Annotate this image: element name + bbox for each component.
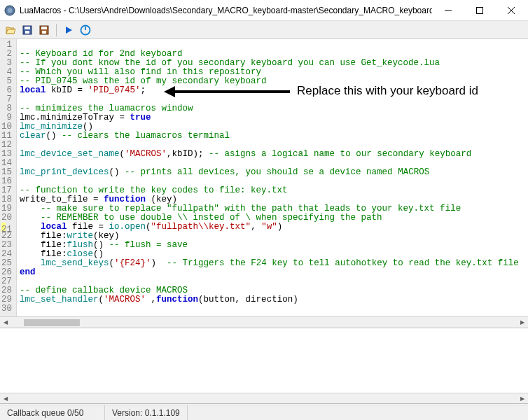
- svg-rect-8: [25, 31, 29, 34]
- svg-rect-10: [41, 27, 47, 29]
- svg-rect-3: [476, 7, 482, 13]
- code-editor[interactable]: 1234567891011121314151617181920212223242…: [0, 39, 528, 316]
- status-callback: Callback queue 0/50: [0, 405, 105, 420]
- annotation-overlay: Replace this with your keyboard id: [164, 86, 478, 95]
- close-button[interactable]: [495, 1, 527, 20]
- code-line[interactable]: lmc_print_devices() -- prints all device…: [20, 168, 519, 177]
- stop-button[interactable]: [78, 22, 93, 38]
- status-version: Version: 0.1.1.109: [105, 405, 188, 420]
- line-number: 20: [1, 214, 12, 223]
- code-line[interactable]: lmc_set_handler('MACROS' ,function(butto…: [20, 295, 519, 304]
- status-bar: Callback queue 0/50 Version: 0.1.1.109: [0, 405, 528, 420]
- code-line[interactable]: local kbID = 'PID_0745';Replace this wit…: [20, 86, 519, 95]
- code-line[interactable]: end: [20, 268, 519, 277]
- arrow-icon: [164, 89, 290, 93]
- line-gutter: 1234567891011121314151617181920212223242…: [0, 39, 17, 316]
- svg-point-1: [8, 8, 13, 13]
- svg-rect-11: [42, 31, 46, 34]
- scroll-right-icon[interactable]: ▶: [517, 317, 528, 328]
- window-title: LuaMacros - C:\Users\Andre\Downloads\Sec…: [20, 6, 432, 15]
- svg-rect-7: [25, 27, 30, 29]
- annotation-text: Replace this with your keyboard id: [297, 86, 478, 95]
- output-panel[interactable]: ◀ ▶: [0, 328, 528, 405]
- line-number: 30: [1, 304, 12, 314]
- toolbar: [0, 21, 528, 39]
- code-line[interactable]: [20, 304, 519, 314]
- open-button[interactable]: [3, 22, 18, 38]
- scroll-right-icon[interactable]: ▶: [517, 393, 528, 404]
- save-as-button[interactable]: [36, 22, 52, 38]
- maximize-button[interactable]: [464, 1, 495, 20]
- editor-area: 1234567891011121314151617181920212223242…: [0, 39, 528, 328]
- code-content[interactable]: -- Keyboard id for 2nd keyboard-- If you…: [17, 39, 522, 316]
- title-bar: LuaMacros - C:\Users\Andre\Downloads\Sec…: [0, 0, 528, 21]
- editor-h-scrollbar[interactable]: ◀ ▶: [0, 316, 528, 328]
- code-line[interactable]: lmc.minimizeToTray = true: [20, 113, 519, 122]
- scroll-left-icon[interactable]: ◀: [0, 317, 11, 328]
- code-line[interactable]: lmc_device_set_name('MACROS',kbID); -- a…: [20, 150, 519, 159]
- scroll-left-icon[interactable]: ◀: [0, 393, 11, 404]
- code-line[interactable]: clear() -- clears the luamacros terminal: [20, 132, 519, 141]
- output-h-scrollbar[interactable]: ◀ ▶: [0, 393, 528, 404]
- toolbar-separator: [56, 24, 57, 36]
- window-controls: [432, 1, 527, 20]
- app-icon: [4, 5, 15, 16]
- run-button[interactable]: [61, 22, 76, 38]
- scroll-thumb[interactable]: [24, 319, 80, 326]
- code-line[interactable]: lmc_send_keys('{F24}') -- Triggers the F…: [20, 259, 519, 268]
- minimize-button[interactable]: [432, 1, 464, 20]
- save-button[interactable]: [20, 22, 35, 38]
